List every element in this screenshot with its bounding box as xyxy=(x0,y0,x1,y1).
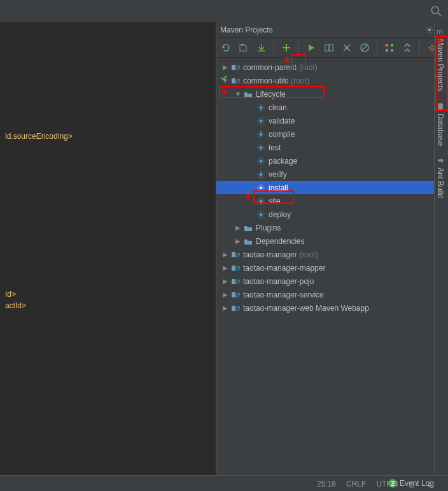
svg-rect-4 xyxy=(240,45,246,51)
tree-item-common-utils[interactable]: ▼mcommon-utils(root) xyxy=(216,74,448,87)
svg-text:m: m xyxy=(236,264,240,273)
code-line: Id> xyxy=(5,288,216,300)
toggle-offline-icon[interactable] xyxy=(340,41,354,55)
svg-text:m: m xyxy=(236,304,240,313)
tree-item-Lifecycle[interactable]: ▼Lifecycle xyxy=(216,87,448,101)
tree-item-test[interactable]: test xyxy=(216,141,448,154)
expand-arrow-icon[interactable]: ▶ xyxy=(234,238,242,245)
tree-item-install[interactable]: install xyxy=(216,181,448,194)
svg-point-22 xyxy=(260,132,263,136)
svg-rect-11 xyxy=(386,44,388,46)
tree-item-common-parent[interactable]: ▶mcommon-parent(root) xyxy=(216,60,448,74)
maven-icon: m xyxy=(230,303,241,313)
editor-pane[interactable]: ld.sourceEncoding> Id> actId> xyxy=(0,22,216,475)
tab-database[interactable]: Database xyxy=(435,97,446,151)
tree-item-label: common-parent xyxy=(243,63,297,72)
svg-rect-5 xyxy=(241,44,244,45)
run-maven-build-icon[interactable] xyxy=(304,41,318,55)
tree-item-label: verify xyxy=(269,170,287,179)
svg-rect-43 xyxy=(410,484,414,487)
separator xyxy=(298,41,299,54)
tree-item-label: Dependencies xyxy=(256,237,305,246)
expand-arrow-icon[interactable]: ▶ xyxy=(221,64,229,71)
add-maven-icon[interactable] xyxy=(279,41,293,55)
svg-rect-45 xyxy=(428,484,431,487)
line-separator[interactable]: CRLF xyxy=(346,480,366,488)
svg-rect-18 xyxy=(232,78,235,83)
tree-item-label: test xyxy=(269,143,281,152)
expand-arrow-icon[interactable]: ▶ xyxy=(234,224,242,231)
tree-item-deploy[interactable]: deploy xyxy=(216,208,448,221)
maven-tree[interactable]: ▶mcommon-parent(root)▼mcommon-utils(root… xyxy=(216,58,448,475)
svg-rect-13 xyxy=(386,49,388,52)
svg-text:m: m xyxy=(236,250,240,259)
svg-point-26 xyxy=(260,186,263,189)
search-icon[interactable] xyxy=(430,5,442,17)
tree-item-compile[interactable]: compile xyxy=(216,127,448,141)
svg-rect-35 xyxy=(232,292,235,297)
gear-icon xyxy=(256,210,266,220)
maven-icon: m xyxy=(436,27,445,36)
svg-point-23 xyxy=(260,146,263,149)
tab-maven-projects[interactable]: m Maven Projects xyxy=(435,22,446,97)
svg-point-24 xyxy=(260,159,263,162)
lock-icon[interactable] xyxy=(408,480,416,488)
svg-rect-7 xyxy=(329,45,333,51)
tree-item-label: common-utils xyxy=(243,76,288,85)
reimport-icon[interactable] xyxy=(219,41,233,55)
maven-projects-panel: Maven Projects ▶mcommon-pare xyxy=(216,22,448,475)
tree-item-taotao-manager-mapper[interactable]: ▶mtaotao-manager-mapper xyxy=(216,261,448,274)
file-encoding[interactable]: UTF-8 xyxy=(376,480,398,488)
tree-item-label: compile xyxy=(269,130,295,139)
inspection-ok-icon xyxy=(220,74,228,82)
expand-arrow-icon[interactable]: ▼ xyxy=(234,90,242,97)
toggle-skip-tests-icon[interactable] xyxy=(358,41,372,55)
folder-icon xyxy=(243,89,253,99)
tree-item-verify[interactable]: verify xyxy=(216,167,448,181)
hector-icon[interactable] xyxy=(426,480,433,488)
gear-icon xyxy=(256,143,266,153)
download-sources-icon[interactable] xyxy=(255,41,269,55)
tree-item-package[interactable]: package xyxy=(216,154,448,167)
tree-item-label: taotao-manager-pojo xyxy=(243,277,314,286)
svg-rect-29 xyxy=(232,252,235,257)
svg-point-20 xyxy=(260,106,263,109)
top-bar xyxy=(0,0,448,22)
tree-item-label: package xyxy=(269,157,297,166)
tree-item-taotao-manager-pojo[interactable]: ▶mtaotao-manager-pojo xyxy=(216,274,448,288)
maven-icon: m xyxy=(230,276,241,287)
svg-text:m: m xyxy=(236,63,240,72)
svg-point-44 xyxy=(428,481,431,484)
tree-item-validate[interactable]: validate xyxy=(216,114,448,127)
svg-point-27 xyxy=(260,199,263,203)
tree-item-clean[interactable]: clean xyxy=(216,101,448,114)
tree-item-taotao-manager-service[interactable]: ▶mtaotao-manager-service xyxy=(216,288,448,301)
expand-arrow-icon[interactable]: ▶ xyxy=(221,278,229,285)
show-dependencies-icon[interactable] xyxy=(382,41,396,55)
svg-point-28 xyxy=(260,213,263,216)
tree-item-taotao-manager[interactable]: ▶mtaotao-manager(root) xyxy=(216,248,448,261)
expand-arrow-icon[interactable]: ▶ xyxy=(221,291,229,298)
expand-arrow-icon[interactable]: ▶ xyxy=(221,251,229,258)
generate-sources-icon[interactable] xyxy=(237,41,251,55)
svg-rect-31 xyxy=(232,266,235,271)
expand-arrow-icon[interactable]: ▶ xyxy=(221,304,229,311)
tree-item-taotao-manager-web-Maven-Webapp[interactable]: ▶mtaotao-manager-web Maven Webapp xyxy=(216,301,448,315)
tree-item-label: taotao-manager xyxy=(243,250,297,259)
execute-goal-icon[interactable] xyxy=(322,41,336,55)
tree-item-site[interactable]: site xyxy=(216,194,448,208)
settings-gear-icon[interactable] xyxy=(425,25,434,34)
gear-icon xyxy=(256,183,266,193)
tree-item-label: taotao-manager-web Maven Webapp xyxy=(243,304,369,313)
tree-item-Plugins[interactable]: ▶Plugins xyxy=(216,221,448,234)
svg-text:m: m xyxy=(236,277,240,286)
expand-arrow-icon[interactable]: ▶ xyxy=(221,264,229,271)
svg-point-41 xyxy=(438,159,440,162)
tab-ant-build[interactable]: Ant Build xyxy=(435,151,446,203)
tree-item-Dependencies[interactable]: ▶Dependencies xyxy=(216,234,448,248)
panel-title: Maven Projects xyxy=(220,25,425,34)
collapse-all-icon[interactable] xyxy=(400,41,414,55)
svg-line-1 xyxy=(438,13,441,16)
tree-item-label: taotao-manager-service xyxy=(243,290,324,299)
maven-icon: m xyxy=(230,62,241,73)
